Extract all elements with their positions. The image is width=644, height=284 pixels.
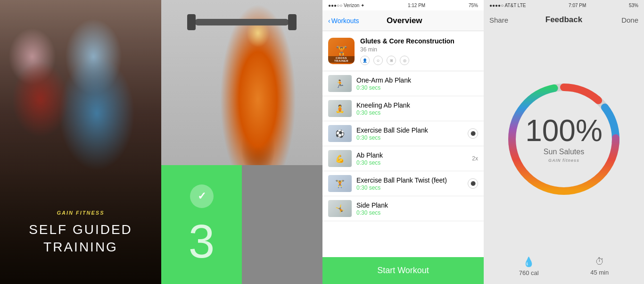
exercise-name: Exercise Ball Plank Twist (feet) bbox=[356, 176, 463, 184]
green-countdown: ✓ 3 bbox=[161, 165, 242, 284]
countdown-number: 3 bbox=[189, 217, 215, 265]
done-button[interactable]: Done bbox=[610, 16, 638, 24]
stat-icon: 💧 bbox=[523, 256, 535, 267]
barbell-icon bbox=[195, 19, 289, 25]
exercise-info: Side Plank 0:30 secs bbox=[356, 201, 478, 216]
back-label: Workouts bbox=[331, 17, 359, 25]
time-panel3: 1:12 PM bbox=[408, 3, 425, 8]
panel-countdown: ✓ 3 bbox=[161, 0, 322, 284]
nav-title-panel3: Overview bbox=[359, 16, 450, 25]
exercise-badge: 2x bbox=[472, 155, 478, 162]
checkmark-icon: ✓ bbox=[198, 190, 206, 202]
tagline-line2: TRAINING bbox=[0, 239, 161, 256]
exercise-thumbnail: ⚽ bbox=[328, 125, 352, 142]
exercise-thumb-image: 🧘 bbox=[328, 100, 352, 117]
exercise-duration: 0:30 secs bbox=[356, 84, 478, 91]
workout-thumbnail: 🏋️ CROSS TRAINER bbox=[328, 38, 355, 64]
exercise-duration: 0:30 secs bbox=[356, 184, 463, 191]
panel-workout-overview: ●●●○○ Verizon ✦ 1:12 PM 75% ‹ Workouts O… bbox=[322, 0, 484, 284]
share-button[interactable]: Share bbox=[489, 16, 518, 24]
tagline-line1: SELF GUIDED bbox=[0, 221, 161, 238]
panel1-content: GAIN fitness SELF GUIDED TRAINING bbox=[0, 210, 161, 256]
equipment-icon: ⚫ bbox=[468, 178, 478, 189]
gauge-percent: 100% bbox=[525, 116, 603, 146]
exercise-item: 🤸 Side Plank 0:30 secs bbox=[322, 196, 484, 221]
gauge-label: Sun Salutes bbox=[544, 148, 584, 156]
back-chevron-icon: ‹ bbox=[328, 17, 330, 25]
equipment-icon: ⚫ bbox=[468, 128, 478, 139]
athlete-section bbox=[161, 0, 322, 165]
workout-feature-icons: 👤 ☺ ⊞ ◎ bbox=[360, 56, 454, 65]
gauge-brand: GAIN fitness bbox=[548, 158, 579, 163]
carrier-panel4: ●●●●○ AT&T LTE bbox=[489, 3, 526, 8]
brand-logo: GAIN fitness bbox=[0, 210, 161, 216]
exercise-item: 🏋️ Exercise Ball Plank Twist (feet) 0:30… bbox=[322, 171, 484, 196]
stat-item: ⏱ 45 min bbox=[590, 256, 609, 276]
nav-title-panel4: Feedback bbox=[545, 15, 582, 25]
feature-icon-1: 👤 bbox=[360, 56, 370, 65]
exercise-info: Ab Plank 0:30 secs bbox=[356, 151, 467, 166]
exercise-name: Ab Plank bbox=[356, 151, 467, 159]
exercise-name: Kneeling Ab Plank bbox=[356, 101, 478, 109]
stat-value: 760 cal bbox=[519, 269, 539, 276]
status-bar-panel3: ●●●○○ Verizon ✦ 1:12 PM 75% bbox=[322, 0, 484, 10]
battery-panel3: 75% bbox=[469, 3, 478, 8]
exercise-name: Side Plank bbox=[356, 201, 478, 209]
gauge-container: 100% Sun Salutes GAIN fitness bbox=[484, 29, 644, 249]
feature-icon-3: ⊞ bbox=[387, 56, 396, 65]
exercise-thumbnail: 🤸 bbox=[328, 200, 352, 217]
back-button[interactable]: ‹ Workouts bbox=[328, 17, 359, 25]
workout-header: 🏋️ CROSS TRAINER Glutes & Core Reconstru… bbox=[322, 31, 484, 71]
exercise-item: 🧘 Kneeling Ab Plank 0:30 secs bbox=[322, 96, 484, 121]
exercise-thumb-image: 🤸 bbox=[328, 200, 352, 217]
start-workout-button[interactable]: Start Workout bbox=[322, 257, 484, 284]
panel-feedback: ●●●●○ AT&T LTE 7:07 PM 53% Share Feedbac… bbox=[484, 0, 644, 284]
exercise-thumbnail: 🧘 bbox=[328, 100, 352, 117]
workout-title: Glutes & Core Reconstruction bbox=[360, 37, 454, 45]
progress-gauge: 100% Sun Salutes GAIN fitness bbox=[503, 78, 625, 200]
exercise-item: 💪 Ab Plank 0:30 secs 2x bbox=[322, 146, 484, 171]
exercise-thumb-image: 💪 bbox=[328, 150, 352, 167]
exercise-info: Kneeling Ab Plank 0:30 secs bbox=[356, 101, 478, 116]
time-panel4: 7:07 PM bbox=[569, 3, 586, 8]
status-bar-panel4: ●●●●○ AT&T LTE 7:07 PM 53% bbox=[484, 0, 644, 10]
countdown-section: ✓ 3 bbox=[161, 165, 322, 284]
battery-panel4: 53% bbox=[629, 3, 638, 8]
panel-self-guided: GAIN fitness SELF GUIDED TRAINING bbox=[0, 0, 161, 284]
stat-icon: ⏱ bbox=[595, 256, 604, 267]
carrier-panel3: ●●●○○ Verizon ✦ bbox=[328, 3, 364, 8]
exercise-thumbnail: 💪 bbox=[328, 150, 352, 167]
feature-icon-4: ◎ bbox=[400, 56, 409, 65]
exercise-info: Exercise Ball Plank Twist (feet) 0:30 se… bbox=[356, 176, 463, 191]
workout-thumb-icon: 🏋️ bbox=[336, 45, 347, 57]
tagline: SELF GUIDED TRAINING bbox=[0, 221, 161, 256]
exercise-item: ⚽ Exercise Ball Side Plank 0:30 secs ⚫ bbox=[322, 121, 484, 146]
stat-value: 45 min bbox=[590, 269, 609, 276]
gray-section bbox=[242, 165, 322, 284]
exercise-name: One-Arm Ab Plank bbox=[356, 76, 478, 84]
exercise-info: Exercise Ball Side Plank 0:30 secs bbox=[356, 126, 463, 141]
workout-category: CROSS TRAINER bbox=[328, 56, 355, 63]
exercise-list: 🏃 One-Arm Ab Plank 0:30 secs 🧘 Kneeling … bbox=[322, 71, 484, 257]
exercise-thumb-image: 🏋️ bbox=[328, 175, 352, 192]
exercise-duration: 0:30 secs bbox=[356, 134, 463, 141]
exercise-duration: 0:30 secs bbox=[356, 159, 467, 166]
gauge-center-content: 100% Sun Salutes GAIN fitness bbox=[503, 78, 625, 200]
nav-bar-panel4: Share Feedback Done bbox=[484, 10, 644, 29]
footer-stats: 💧 760 cal ⏱ 45 min bbox=[484, 249, 644, 284]
exercise-item: 🏃 One-Arm Ab Plank 0:30 secs bbox=[322, 71, 484, 96]
exercise-duration: 0:30 secs bbox=[356, 109, 478, 116]
workout-info: Glutes & Core Reconstruction 36 min 👤 ☺ … bbox=[360, 37, 454, 65]
stat-item: 💧 760 cal bbox=[519, 256, 539, 276]
exercise-name: Exercise Ball Side Plank bbox=[356, 126, 463, 134]
exercise-thumbnail: 🏋️ bbox=[328, 175, 352, 192]
nav-bar-panel3: ‹ Workouts Overview bbox=[322, 10, 484, 31]
exercise-thumb-image: ⚽ bbox=[328, 125, 352, 142]
exercise-thumb-image: 🏃 bbox=[328, 75, 352, 92]
check-circle: ✓ bbox=[190, 184, 214, 208]
feature-icon-2: ☺ bbox=[373, 56, 383, 65]
exercise-duration: 0:30 secs bbox=[356, 209, 478, 216]
exercise-thumbnail: 🏃 bbox=[328, 75, 352, 92]
workout-duration: 36 min bbox=[360, 46, 454, 53]
exercise-info: One-Arm Ab Plank 0:30 secs bbox=[356, 76, 478, 91]
